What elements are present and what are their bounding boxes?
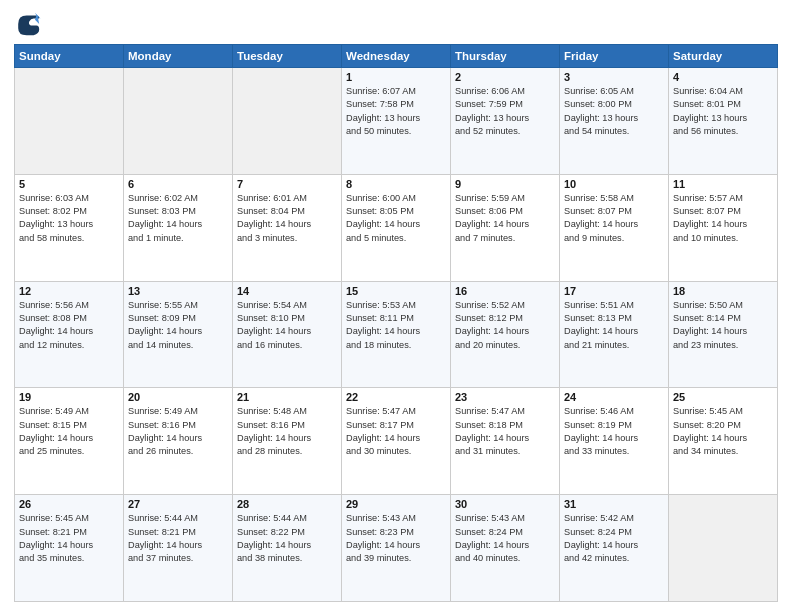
- weekday-header-row: SundayMondayTuesdayWednesdayThursdayFrid…: [15, 45, 778, 68]
- calendar-cell: [669, 495, 778, 602]
- day-info: Sunrise: 6:03 AM Sunset: 8:02 PM Dayligh…: [19, 192, 119, 245]
- day-number: 23: [455, 391, 555, 403]
- day-info: Sunrise: 5:55 AM Sunset: 8:09 PM Dayligh…: [128, 299, 228, 352]
- day-number: 16: [455, 285, 555, 297]
- day-info: Sunrise: 5:56 AM Sunset: 8:08 PM Dayligh…: [19, 299, 119, 352]
- day-info: Sunrise: 5:45 AM Sunset: 8:20 PM Dayligh…: [673, 405, 773, 458]
- weekday-header-sunday: Sunday: [15, 45, 124, 68]
- day-number: 26: [19, 498, 119, 510]
- day-info: Sunrise: 5:59 AM Sunset: 8:06 PM Dayligh…: [455, 192, 555, 245]
- day-info: Sunrise: 6:07 AM Sunset: 7:58 PM Dayligh…: [346, 85, 446, 138]
- day-number: 20: [128, 391, 228, 403]
- day-number: 3: [564, 71, 664, 83]
- day-info: Sunrise: 6:00 AM Sunset: 8:05 PM Dayligh…: [346, 192, 446, 245]
- day-number: 4: [673, 71, 773, 83]
- day-number: 30: [455, 498, 555, 510]
- day-info: Sunrise: 5:46 AM Sunset: 8:19 PM Dayligh…: [564, 405, 664, 458]
- calendar-header: SundayMondayTuesdayWednesdayThursdayFrid…: [15, 45, 778, 68]
- day-info: Sunrise: 5:44 AM Sunset: 8:22 PM Dayligh…: [237, 512, 337, 565]
- calendar-cell: 23Sunrise: 5:47 AM Sunset: 8:18 PM Dayli…: [451, 388, 560, 495]
- calendar-body: 1Sunrise: 6:07 AM Sunset: 7:58 PM Daylig…: [15, 68, 778, 602]
- calendar-cell: 10Sunrise: 5:58 AM Sunset: 8:07 PM Dayli…: [560, 174, 669, 281]
- day-number: 19: [19, 391, 119, 403]
- calendar-cell: [124, 68, 233, 175]
- calendar-cell: 24Sunrise: 5:46 AM Sunset: 8:19 PM Dayli…: [560, 388, 669, 495]
- day-number: 28: [237, 498, 337, 510]
- calendar-cell: 27Sunrise: 5:44 AM Sunset: 8:21 PM Dayli…: [124, 495, 233, 602]
- calendar-cell: 13Sunrise: 5:55 AM Sunset: 8:09 PM Dayli…: [124, 281, 233, 388]
- day-info: Sunrise: 5:48 AM Sunset: 8:16 PM Dayligh…: [237, 405, 337, 458]
- header: [14, 10, 778, 38]
- calendar-cell: 20Sunrise: 5:49 AM Sunset: 8:16 PM Dayli…: [124, 388, 233, 495]
- day-number: 1: [346, 71, 446, 83]
- weekday-header-thursday: Thursday: [451, 45, 560, 68]
- day-info: Sunrise: 5:42 AM Sunset: 8:24 PM Dayligh…: [564, 512, 664, 565]
- calendar-cell: 8Sunrise: 6:00 AM Sunset: 8:05 PM Daylig…: [342, 174, 451, 281]
- day-number: 11: [673, 178, 773, 190]
- day-number: 25: [673, 391, 773, 403]
- calendar-cell: 28Sunrise: 5:44 AM Sunset: 8:22 PM Dayli…: [233, 495, 342, 602]
- day-info: Sunrise: 5:47 AM Sunset: 8:18 PM Dayligh…: [455, 405, 555, 458]
- calendar-cell: 9Sunrise: 5:59 AM Sunset: 8:06 PM Daylig…: [451, 174, 560, 281]
- logo-icon: [14, 10, 42, 38]
- day-number: 9: [455, 178, 555, 190]
- day-info: Sunrise: 6:04 AM Sunset: 8:01 PM Dayligh…: [673, 85, 773, 138]
- calendar-cell: 29Sunrise: 5:43 AM Sunset: 8:23 PM Dayli…: [342, 495, 451, 602]
- week-row-1: 5Sunrise: 6:03 AM Sunset: 8:02 PM Daylig…: [15, 174, 778, 281]
- day-info: Sunrise: 5:44 AM Sunset: 8:21 PM Dayligh…: [128, 512, 228, 565]
- day-info: Sunrise: 6:06 AM Sunset: 7:59 PM Dayligh…: [455, 85, 555, 138]
- weekday-header-wednesday: Wednesday: [342, 45, 451, 68]
- calendar-cell: 30Sunrise: 5:43 AM Sunset: 8:24 PM Dayli…: [451, 495, 560, 602]
- calendar-cell: 11Sunrise: 5:57 AM Sunset: 8:07 PM Dayli…: [669, 174, 778, 281]
- weekday-header-saturday: Saturday: [669, 45, 778, 68]
- day-number: 14: [237, 285, 337, 297]
- day-info: Sunrise: 6:05 AM Sunset: 8:00 PM Dayligh…: [564, 85, 664, 138]
- day-number: 2: [455, 71, 555, 83]
- day-info: Sunrise: 5:43 AM Sunset: 8:23 PM Dayligh…: [346, 512, 446, 565]
- calendar-cell: 25Sunrise: 5:45 AM Sunset: 8:20 PM Dayli…: [669, 388, 778, 495]
- day-number: 13: [128, 285, 228, 297]
- page: SundayMondayTuesdayWednesdayThursdayFrid…: [0, 0, 792, 612]
- day-info: Sunrise: 5:43 AM Sunset: 8:24 PM Dayligh…: [455, 512, 555, 565]
- day-info: Sunrise: 5:53 AM Sunset: 8:11 PM Dayligh…: [346, 299, 446, 352]
- day-info: Sunrise: 5:52 AM Sunset: 8:12 PM Dayligh…: [455, 299, 555, 352]
- calendar-cell: 22Sunrise: 5:47 AM Sunset: 8:17 PM Dayli…: [342, 388, 451, 495]
- day-number: 29: [346, 498, 446, 510]
- day-info: Sunrise: 5:45 AM Sunset: 8:21 PM Dayligh…: [19, 512, 119, 565]
- day-number: 6: [128, 178, 228, 190]
- calendar-cell: 14Sunrise: 5:54 AM Sunset: 8:10 PM Dayli…: [233, 281, 342, 388]
- day-info: Sunrise: 6:01 AM Sunset: 8:04 PM Dayligh…: [237, 192, 337, 245]
- day-number: 12: [19, 285, 119, 297]
- calendar-cell: 1Sunrise: 6:07 AM Sunset: 7:58 PM Daylig…: [342, 68, 451, 175]
- week-row-4: 26Sunrise: 5:45 AM Sunset: 8:21 PM Dayli…: [15, 495, 778, 602]
- calendar-cell: 18Sunrise: 5:50 AM Sunset: 8:14 PM Dayli…: [669, 281, 778, 388]
- day-number: 8: [346, 178, 446, 190]
- weekday-header-monday: Monday: [124, 45, 233, 68]
- weekday-header-tuesday: Tuesday: [233, 45, 342, 68]
- calendar-cell: 31Sunrise: 5:42 AM Sunset: 8:24 PM Dayli…: [560, 495, 669, 602]
- day-number: 22: [346, 391, 446, 403]
- calendar-cell: 12Sunrise: 5:56 AM Sunset: 8:08 PM Dayli…: [15, 281, 124, 388]
- day-info: Sunrise: 5:57 AM Sunset: 8:07 PM Dayligh…: [673, 192, 773, 245]
- calendar-cell: 26Sunrise: 5:45 AM Sunset: 8:21 PM Dayli…: [15, 495, 124, 602]
- day-info: Sunrise: 5:58 AM Sunset: 8:07 PM Dayligh…: [564, 192, 664, 245]
- calendar-cell: 21Sunrise: 5:48 AM Sunset: 8:16 PM Dayli…: [233, 388, 342, 495]
- week-row-0: 1Sunrise: 6:07 AM Sunset: 7:58 PM Daylig…: [15, 68, 778, 175]
- day-info: Sunrise: 5:49 AM Sunset: 8:16 PM Dayligh…: [128, 405, 228, 458]
- day-info: Sunrise: 5:47 AM Sunset: 8:17 PM Dayligh…: [346, 405, 446, 458]
- calendar-cell: 15Sunrise: 5:53 AM Sunset: 8:11 PM Dayli…: [342, 281, 451, 388]
- calendar-cell: 4Sunrise: 6:04 AM Sunset: 8:01 PM Daylig…: [669, 68, 778, 175]
- weekday-header-friday: Friday: [560, 45, 669, 68]
- day-info: Sunrise: 6:02 AM Sunset: 8:03 PM Dayligh…: [128, 192, 228, 245]
- calendar-cell: 6Sunrise: 6:02 AM Sunset: 8:03 PM Daylig…: [124, 174, 233, 281]
- calendar-cell: 19Sunrise: 5:49 AM Sunset: 8:15 PM Dayli…: [15, 388, 124, 495]
- calendar-cell: 7Sunrise: 6:01 AM Sunset: 8:04 PM Daylig…: [233, 174, 342, 281]
- day-number: 27: [128, 498, 228, 510]
- day-number: 17: [564, 285, 664, 297]
- calendar-cell: 2Sunrise: 6:06 AM Sunset: 7:59 PM Daylig…: [451, 68, 560, 175]
- calendar-cell: 17Sunrise: 5:51 AM Sunset: 8:13 PM Dayli…: [560, 281, 669, 388]
- day-number: 24: [564, 391, 664, 403]
- day-number: 5: [19, 178, 119, 190]
- logo: [14, 10, 46, 38]
- day-number: 10: [564, 178, 664, 190]
